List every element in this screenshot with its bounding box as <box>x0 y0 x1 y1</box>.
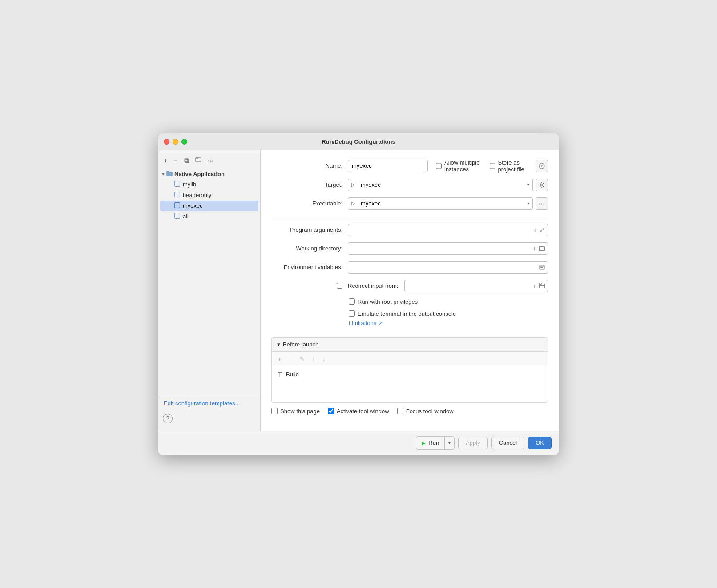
maximize-button[interactable] <box>181 139 187 145</box>
focus-tool-checkbox[interactable] <box>397 408 403 414</box>
allow-multiple-option[interactable]: Allow multiple instances <box>436 159 481 173</box>
target-settings-button[interactable] <box>536 179 548 191</box>
target-label: Target: <box>271 181 342 188</box>
working-dir-label: Working directory: <box>271 245 342 252</box>
activate-tool-checkbox[interactable] <box>328 408 334 414</box>
edit-configuration-templates-link[interactable]: Edit configuration templates... <box>164 400 240 407</box>
sort-button[interactable]: ↕a <box>206 157 215 164</box>
svg-rect-6 <box>175 213 180 218</box>
emulate-terminal-option[interactable]: Emulate terminal in the output console <box>349 310 456 317</box>
executable-browse-button[interactable]: ··· <box>536 197 548 210</box>
before-launch-label: Before launch <box>283 341 318 348</box>
emulate-terminal-row: Emulate terminal in the output console <box>271 310 548 317</box>
svg-rect-5 <box>175 202 180 208</box>
emulate-terminal-checkbox[interactable] <box>349 310 355 317</box>
sidebar-item-myexec[interactable]: myexec <box>160 201 258 211</box>
svg-rect-4 <box>175 192 180 197</box>
svg-rect-11 <box>540 265 544 269</box>
before-launch-item: ⊤ Build <box>272 368 548 381</box>
program-args-add-button[interactable]: + <box>532 226 538 234</box>
before-launch-add-button[interactable]: + <box>276 354 283 363</box>
svg-rect-1 <box>167 172 173 176</box>
run-root-option[interactable]: Run with root privileges <box>349 298 418 305</box>
activate-tool-option[interactable]: Activate tool window <box>328 408 389 415</box>
sidebar-help: ? <box>158 410 260 427</box>
name-row: Name: Allow multiple instances Store as … <box>271 159 548 173</box>
target-select[interactable]: myexec <box>348 179 533 191</box>
focus-tool-option[interactable]: Focus tool window <box>397 408 454 415</box>
sidebar-item-label: all <box>183 213 189 220</box>
before-launch-header: ▾ Before launch <box>272 338 548 352</box>
move-into-folder-button[interactable] <box>193 156 203 165</box>
target-row: Target: ▷ myexec ▾ <box>271 179 548 191</box>
before-launch-moveup-button[interactable]: ↑ <box>310 354 317 363</box>
close-button[interactable] <box>164 139 169 145</box>
working-dir-field: + <box>348 242 548 255</box>
before-launch-edit-button[interactable]: ✎ <box>298 354 306 363</box>
env-vars-edit-button[interactable] <box>538 263 546 271</box>
redirect-input-input[interactable] <box>408 282 532 289</box>
native-application-label: Native Application <box>174 171 225 177</box>
working-dir-row: Working directory: + <box>271 242 548 255</box>
working-dir-input[interactable] <box>352 245 532 252</box>
minimize-button[interactable] <box>173 139 178 145</box>
working-dir-add-button[interactable]: + <box>532 244 537 253</box>
executable-select[interactable]: myexec <box>348 197 533 210</box>
add-config-button[interactable]: + <box>162 156 169 165</box>
limitations-link[interactable]: Limitations ↗ <box>271 320 548 326</box>
redirect-input-add-button[interactable]: + <box>532 282 537 290</box>
sidebar-item-mylib[interactable]: mylib <box>160 179 258 190</box>
program-args-control: + ⤢ <box>348 224 548 236</box>
executable-row: Executable: ▷ myexec ▾ ··· <box>271 197 548 210</box>
env-vars-row: Environment variables: <box>271 261 548 274</box>
cancel-button[interactable]: Cancel <box>491 437 524 449</box>
folder-icon <box>166 171 173 177</box>
program-args-input[interactable] <box>352 226 532 233</box>
store-project-checkbox[interactable] <box>490 163 495 169</box>
window-title: Run/Debug Configurations <box>322 138 395 145</box>
ok-button[interactable]: OK <box>528 437 552 449</box>
name-input[interactable] <box>348 160 428 172</box>
env-vars-actions <box>538 263 546 271</box>
run-debug-window: Run/Debug Configurations + − ⧉ ↕a ▾ <box>158 133 559 455</box>
store-project-option[interactable]: Store as project file <box>490 159 527 173</box>
redirect-input-field: + <box>404 280 548 292</box>
copy-config-button[interactable]: ⧉ <box>182 156 191 165</box>
sidebar-item-headeronly[interactable]: headeronly <box>160 190 258 201</box>
working-dir-actions: + <box>532 244 546 253</box>
help-button[interactable]: ? <box>163 414 173 423</box>
show-page-label: Show this page <box>280 408 320 415</box>
executable-control: ▷ myexec ▾ ··· <box>348 197 548 210</box>
program-args-expand-button[interactable]: ⤢ <box>539 226 546 234</box>
run-main-button[interactable]: ▶ Run <box>416 437 444 449</box>
apply-button[interactable]: Apply <box>458 437 488 449</box>
before-launch-items: ⊤ Build <box>272 366 548 402</box>
store-project-label: Store as project file <box>498 159 527 173</box>
before-launch-item-label: Build <box>286 371 299 378</box>
target-control: ▷ myexec ▾ <box>348 179 548 191</box>
redirect-input-checkbox[interactable] <box>337 283 342 289</box>
sidebar-item-all[interactable]: all <box>160 211 258 222</box>
before-launch-remove-button[interactable]: − <box>287 354 294 363</box>
share-settings-button[interactable] <box>536 160 548 172</box>
before-launch-movedown-button[interactable]: ↓ <box>320 354 327 363</box>
bottom-section: Show this page Activate tool window Focu… <box>271 408 548 422</box>
redirect-input-label: Redirect input from: <box>348 282 398 289</box>
traffic-lights <box>164 139 187 145</box>
run-triangle-icon: ▶ <box>422 440 426 446</box>
run-root-checkbox[interactable] <box>349 298 355 305</box>
working-dir-browse-button[interactable] <box>538 245 546 252</box>
svg-rect-3 <box>175 181 180 186</box>
program-args-label: Program arguments: <box>271 226 342 233</box>
sidebar-item-label: myexec <box>183 202 203 209</box>
allow-multiple-checkbox[interactable] <box>436 163 442 169</box>
run-dropdown-button[interactable]: ▾ <box>445 437 454 449</box>
show-page-checkbox[interactable] <box>271 408 278 414</box>
before-launch-chevron-icon[interactable]: ▾ <box>277 341 280 348</box>
sidebar: + − ⧉ ↕a ▾ <box>158 150 261 431</box>
expand-chevron-icon[interactable]: ▾ <box>162 171 165 177</box>
env-vars-input[interactable] <box>352 264 538 270</box>
redirect-input-browse-button[interactable] <box>538 282 546 290</box>
show-page-option[interactable]: Show this page <box>271 408 320 415</box>
remove-config-button[interactable]: − <box>172 156 180 165</box>
